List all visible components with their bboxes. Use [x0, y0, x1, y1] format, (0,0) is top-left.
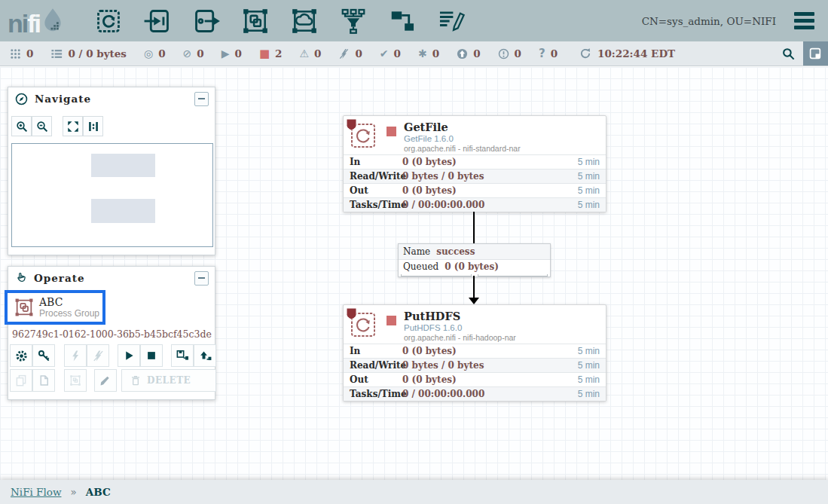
- stat-row-readwrite: Read/Write 0 bytes / 0 bytes 5 min: [344, 358, 606, 372]
- modified-stale-exclamation-icon: [498, 48, 509, 60]
- copy-button[interactable]: [10, 369, 32, 392]
- navigate-title: Navigate: [35, 93, 188, 105]
- status-queued: 0 / 0 bytes: [50, 47, 127, 60]
- connection-queued-value: 0 (0 bytes): [445, 261, 499, 272]
- not-transmitting-icon: ⊘: [183, 48, 192, 59]
- delete-button[interactable]: DELETE: [121, 369, 216, 392]
- sync-failure-question-icon: ?: [539, 48, 545, 60]
- start-button[interactable]: [118, 344, 140, 367]
- breadcrumb-separator: »: [70, 486, 76, 498]
- trash-icon: [130, 374, 142, 386]
- stop-button[interactable]: [140, 344, 163, 367]
- processor-version: GetFile 1.6.0: [404, 133, 521, 144]
- connection-line[interactable]: [473, 212, 475, 243]
- connection-name-label: Name: [403, 246, 430, 257]
- logo-text-fi: fi: [27, 11, 40, 36]
- stat-row-out: Out 0 (0 bytes) 5 min: [344, 183, 606, 197]
- stat-row-tasks: Tasks/Time 0 / 00:00:00.000 5 min: [344, 197, 606, 212]
- zoom-out-button[interactable]: [32, 116, 52, 136]
- search-button[interactable]: [773, 41, 803, 66]
- birdseye-minimap[interactable]: [11, 143, 213, 247]
- input-port-component-icon[interactable]: [142, 5, 173, 37]
- status-invalid: ⚠ 0: [299, 47, 321, 60]
- logo-text-ni: ni: [8, 11, 27, 36]
- label-component-icon[interactable]: [435, 5, 467, 37]
- global-menu-icon[interactable]: [791, 9, 817, 32]
- transmitting-icon: ◎: [144, 48, 153, 59]
- minimap-processor-rect: [91, 199, 155, 223]
- zoom-in-button[interactable]: [11, 116, 32, 136]
- access-policies-key-button[interactable]: [32, 344, 55, 367]
- status-sync-failure: ? 0: [539, 47, 558, 60]
- navigate-collapse-button[interactable]: [194, 92, 209, 106]
- refresh-control[interactable]: 10:22:44 EDT: [579, 47, 675, 60]
- stat-row-in: In 0 (0 bytes) 5 min: [344, 344, 606, 358]
- panel-toggle-button[interactable]: [803, 41, 828, 66]
- enable-button[interactable]: [64, 344, 87, 367]
- breadcrumb-root-link[interactable]: NiFi Flow: [11, 486, 61, 498]
- status-stopped: ■ 2: [259, 47, 283, 60]
- connection-line[interactable]: [473, 276, 475, 298]
- navigate-panel: Navigate: [8, 87, 215, 255]
- status-bar: 0 0 / 0 bytes ◎ 0 ⊘ 0 ▶ 0 ■ 2: [0, 41, 828, 66]
- stopped-state-square: [387, 316, 396, 325]
- status-not-transmitting: ⊘ 0: [183, 47, 204, 60]
- zoom-actual-size-button[interactable]: [83, 116, 103, 136]
- header-toolbar: nifi: [0, 0, 828, 41]
- stat-row-tasks: Tasks/Time 0 / 00:00:00.000 5 min: [344, 386, 606, 401]
- active-threads-icon: [10, 48, 21, 60]
- template-component-icon[interactable]: [387, 5, 418, 37]
- process-group-component-icon[interactable]: [240, 5, 271, 37]
- status-running: ▶ 0: [222, 47, 242, 60]
- processor-version: PutHDFS 1.6.0: [404, 322, 516, 333]
- stat-row-in: In 0 (0 bytes) 5 min: [344, 154, 606, 169]
- stopped-icon: ■: [259, 48, 270, 60]
- status-stale: 0: [457, 47, 480, 60]
- processor-puthdfs[interactable]: PutHDFS PutHDFS 1.6.0 org.apache.nifi - …: [343, 304, 606, 402]
- funnel-component-icon[interactable]: [338, 5, 369, 37]
- running-icon: ▶: [222, 48, 230, 59]
- processor-getfile[interactable]: GetFile GetFile 1.6.0 org.apache.nifi - …: [343, 115, 606, 212]
- connection-queued-label: Queued: [403, 261, 438, 272]
- hand-pointer-icon: [14, 271, 28, 285]
- operate-panel: Operate ABC Process Group 962: [8, 266, 215, 400]
- operate-title: Operate: [34, 272, 188, 284]
- last-refresh-time: 10:22:44 EDT: [597, 47, 675, 60]
- output-port-component-icon[interactable]: [191, 5, 222, 37]
- stat-row-out: Out 0 (0 bytes) 5 min: [344, 372, 606, 386]
- selected-type: Process Group: [39, 308, 99, 319]
- minimap-processor-rect: [91, 154, 155, 177]
- group-button[interactable]: [64, 369, 87, 392]
- invalid-warning-icon: ⚠: [299, 48, 309, 59]
- remote-process-group-component-icon[interactable]: [289, 5, 320, 37]
- component-toolbar: [93, 5, 467, 37]
- selected-name: ABC: [39, 296, 99, 308]
- configuration-button[interactable]: [10, 344, 32, 367]
- status-locally-modified-stale: 0: [498, 47, 521, 60]
- breadcrumb: NiFi Flow » ABC: [0, 480, 828, 504]
- upload-template-button[interactable]: [194, 344, 216, 367]
- disable-button[interactable]: [87, 344, 109, 367]
- operate-collapse-button[interactable]: [194, 271, 209, 286]
- breadcrumb-current: ABC: [86, 486, 111, 498]
- fill-color-brush-button[interactable]: [94, 369, 117, 392]
- status-active-threads: 0: [10, 47, 33, 60]
- queued-list-icon: [50, 48, 63, 60]
- stopped-state-square: [387, 127, 396, 136]
- user-identity: CN=sys_admin, OU=NIFI: [642, 15, 776, 27]
- paste-button[interactable]: [32, 369, 55, 392]
- flow-canvas[interactable]: Navigate: [0, 67, 828, 480]
- status-up-to-date: ✔ 0: [380, 47, 401, 60]
- stale-up-arrow-icon: [457, 48, 468, 60]
- connection-label[interactable]: Name success Queued 0 (0 bytes): [398, 243, 551, 277]
- processor-bundle: org.apache.nifi - nifi-standard-nar: [404, 144, 521, 154]
- nifi-droplet-icon: [40, 7, 64, 36]
- connection-name-value: success: [436, 246, 475, 257]
- processor-component-icon[interactable]: [93, 5, 124, 37]
- processor-name: GetFile: [404, 121, 521, 133]
- zoom-fit-button[interactable]: [63, 116, 83, 136]
- processor-bundle: org.apache.nifi - nifi-hadoop-nar: [404, 333, 516, 343]
- selected-process-group-card[interactable]: ABC Process Group: [5, 290, 105, 325]
- create-template-button[interactable]: [171, 344, 194, 367]
- restricted-shield-icon: [346, 307, 357, 320]
